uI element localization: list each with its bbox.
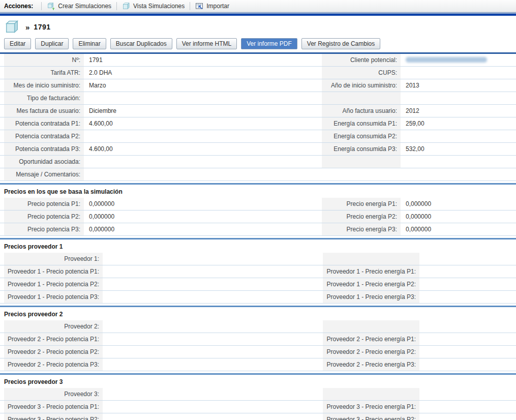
field-label: Tarifa ATR:: [4, 67, 84, 79]
record-toolbar: EditarDuplicarEliminarBuscar DuplicadosV…: [0, 35, 516, 52]
field-label: Proveedor 1 - Precio potencia P1:: [4, 265, 103, 278]
field-label: Energía consumida P3:: [322, 143, 401, 155]
table-row: Proveedor 3 - Precio potencia P1:Proveed…: [0, 401, 516, 413]
field-label: Oportunidad asociada:: [4, 156, 84, 168]
table-row: Precio potencia P3:0,000000Precio energí…: [0, 223, 516, 236]
action-importar[interactable]: Importar: [195, 2, 229, 10]
table-row: Mes de inicio suministro:MarzoAño de ini…: [0, 79, 516, 92]
cube-icon: [122, 2, 130, 10]
field-label: Precio energía P3:: [322, 223, 401, 235]
field-value: 0,000000: [84, 223, 322, 235]
field-value: [419, 401, 516, 413]
buscar-duplicados-button[interactable]: Buscar Duplicados: [110, 38, 172, 49]
field-label: Nº:: [4, 54, 84, 66]
field-label: CUPS:: [322, 67, 401, 79]
section-title: Precios proveedor 3: [0, 375, 516, 388]
eliminar-button[interactable]: Eliminar: [73, 38, 106, 49]
field-label: Proveedor 1 - Precio energía P1:: [323, 265, 419, 278]
action-crear-simulaciones[interactable]: Crear Simulaciones: [47, 2, 111, 10]
field-label: Año de inicio suministro:: [322, 79, 401, 92]
section-precios-simulacion: Precios en los que se basa la simulación…: [0, 183, 516, 236]
detail-sections: Nº:1791Cliente potencial:Tarifa ATR:2.0 …: [0, 52, 516, 420]
field-value: [419, 413, 516, 420]
field-value: [103, 333, 323, 345]
field-label: Mensaje / Comentarios:: [4, 168, 84, 181]
field-label: Potencia contratada P1:: [4, 117, 84, 130]
field-label: [323, 253, 419, 265]
breadcrumb-symbol: »: [25, 23, 29, 32]
field-value: [103, 388, 323, 400]
duplicar-button[interactable]: Duplicar: [35, 38, 69, 49]
ver-informe-html-button[interactable]: Ver informe HTML: [176, 38, 237, 49]
field-value: 0,000000: [401, 198, 516, 210]
field-label: Mes de inicio suministro:: [4, 79, 84, 92]
field-value: 2012: [401, 105, 516, 117]
editar-button[interactable]: Editar: [4, 38, 31, 49]
field-label: Proveedor 2 - Precio energía P1:: [323, 333, 419, 345]
field-value: [419, 253, 516, 265]
field-value: [419, 291, 516, 303]
record-title: 1791: [34, 23, 50, 31]
field-value: [84, 168, 516, 181]
field-label: Proveedor 2 - Precio energía P2:: [323, 346, 419, 358]
field-label: Potencia contratada P3:: [4, 143, 84, 155]
field-value: 2.0 DHA: [84, 67, 322, 79]
field-label: Potencia contratada P2:: [4, 130, 84, 142]
field-label: [322, 92, 401, 104]
field-value: Diciembre: [84, 105, 322, 117]
field-label: Cliente potencial:: [322, 54, 401, 66]
table-row: Proveedor 2 - Precio potencia P3:Proveed…: [0, 358, 516, 371]
field-value: [103, 265, 323, 278]
action-items: Crear SimulacionesVista SimulacionesImpo…: [36, 2, 229, 10]
field-value: [419, 265, 516, 278]
import-icon: [195, 2, 203, 10]
field-label: [323, 388, 419, 400]
action-vista-simulaciones[interactable]: Vista Simulaciones: [122, 2, 185, 10]
table-row: Mensaje / Comentarios:: [0, 168, 516, 181]
field-value: [103, 253, 323, 265]
action-bar-divider: [116, 2, 117, 10]
field-table: Proveedor 3:Proveedor 3 - Precio potenci…: [0, 388, 516, 420]
field-value: 0,000000: [401, 211, 516, 223]
field-value: [103, 413, 323, 420]
field-label: [322, 156, 401, 168]
table-row: Tipo de facturación:: [0, 92, 516, 105]
field-value: [103, 346, 323, 358]
field-value: Marzo: [84, 79, 322, 92]
section-precios-proveedor-1: Precios proveedor 1Proveedor 1:Proveedor…: [0, 238, 516, 304]
field-value: 532,00: [401, 143, 516, 155]
ver-informe-pdf-button[interactable]: Ver informe PDF: [241, 38, 297, 49]
header-divider: [0, 12, 516, 16]
table-row: Nº:1791Cliente potencial:: [0, 54, 516, 67]
field-value: [401, 156, 516, 168]
table-row: Proveedor 2 - Precio potencia P2:Proveed…: [0, 346, 516, 358]
ver-registro-de-cambios-button[interactable]: Ver Registro de Cambios: [301, 38, 380, 49]
field-value: 259,00: [401, 117, 516, 130]
field-value: 4.600,00: [84, 143, 322, 155]
field-label: Proveedor 3 - Precio potencia P1:: [4, 401, 103, 413]
field-label: Precio energía P1:: [322, 198, 401, 210]
field-label: [323, 320, 419, 333]
actions-label: Acciones:: [4, 3, 33, 10]
field-label: Precio potencia P3:: [4, 223, 84, 235]
field-table: Precio potencia P1:0,000000Precio energí…: [0, 198, 516, 236]
table-row: Proveedor 1 - Precio potencia P1:Proveed…: [0, 265, 516, 278]
action-item-label: Importar: [206, 3, 229, 10]
field-value: [84, 92, 322, 104]
field-label: Proveedor 3 - Precio energía P1:: [323, 401, 419, 413]
field-label: Proveedor 1 - Precio energía P3:: [323, 291, 419, 303]
field-value: [103, 358, 323, 371]
field-label: Proveedor 3:: [4, 388, 103, 400]
field-value: [84, 130, 322, 142]
field-label: Precio energía P2:: [322, 211, 401, 223]
field-table: Proveedor 2:Proveedor 2 - Precio potenci…: [0, 320, 516, 371]
action-bar-divider: [190, 2, 190, 10]
field-label: Precio potencia P1:: [4, 198, 84, 210]
section-title: Precios en los que se basa la simulación: [0, 185, 516, 198]
field-value: [103, 320, 323, 333]
table-row: Proveedor 2:: [0, 320, 516, 333]
field-label: Proveedor 1:: [4, 253, 103, 265]
table-row: Oportunidad asociada:: [0, 156, 516, 168]
simulation-cube-icon: [4, 19, 19, 35]
table-row: Proveedor 1:: [0, 253, 516, 265]
